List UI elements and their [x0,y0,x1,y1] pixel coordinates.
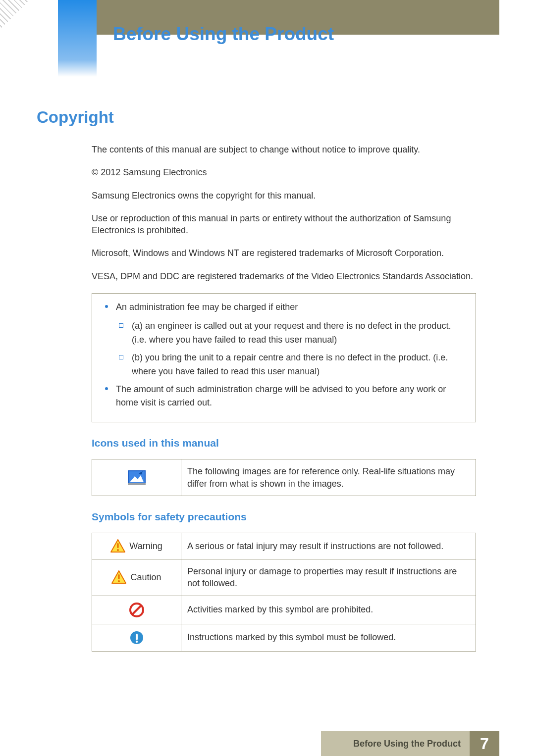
list-item: (b) you bring the unit to a repair centr… [101,351,467,379]
footer: Before Using the Product 7 [0,731,535,756]
svg-point-6 [117,549,119,551]
prohibited-circle-icon [129,602,145,618]
must-follow-info-icon [129,630,144,645]
caution-cell: Caution [92,559,181,596]
table-row: The following images are for reference o… [92,459,476,496]
list-item: The amount of such administration charge… [101,383,467,410]
paragraph: The contents of this manual are subject … [92,144,476,155]
table-row: Instructions marked by this symbol must … [92,624,476,651]
admin-fee-note-box: An administration fee may be charged if … [92,293,476,422]
reference-image-description: The following images are for reference o… [181,459,476,496]
must-follow-description: Instructions marked by this symbol must … [181,624,476,651]
svg-rect-8 [118,574,120,579]
chapter-tab [58,0,97,77]
subheading-icons-used: Icons used in this manual [92,437,476,449]
chapter-title: Before Using the Product [113,24,334,45]
reference-image-icon-cell [92,459,181,496]
table-row: Caution Personal injury or damage to pro… [92,559,476,596]
warning-label: Warning [129,540,162,552]
subheading-safety-symbols: Symbols for safety precautions [92,511,476,523]
warning-cell: Warning [92,533,181,559]
table-row: Activities marked by this symbol are pro… [92,596,476,624]
paragraph: Samsung Electronics owns the copyright f… [92,190,476,202]
paragraph: Microsoft, Windows and Windows NT are re… [92,247,476,259]
paragraph: © 2012 Samsung Electronics [92,166,476,178]
reference-image-icon [128,470,146,485]
svg-rect-3 [128,483,146,485]
svg-point-9 [118,580,120,582]
footer-chapter-label: Before Using the Product [321,731,470,756]
decorative-corner-stripes [0,0,30,30]
footer-page-number: 7 [470,731,499,756]
svg-rect-5 [117,543,119,548]
paragraph: VESA, DPM and DDC are registered tradema… [92,270,476,282]
paragraph: Use or reproduction of this manual in pa… [92,212,476,237]
svg-rect-13 [136,634,138,640]
safety-symbols-table: Warning A serious or fatal injury may re… [92,533,476,652]
page: Before Using the Product Copyright The c… [0,0,535,756]
warning-triangle-icon [110,539,125,553]
content-area: The contents of this manual are subject … [92,144,476,652]
list-item: An administration fee may be charged if … [101,301,467,314]
caution-label: Caution [130,571,161,583]
caution-triangle-icon [111,570,126,584]
list-item: (a) an engineer is called out at your re… [101,319,467,347]
svg-line-11 [132,605,141,614]
svg-point-14 [135,640,137,642]
warning-description: A serious or fatal injury may result if … [181,533,476,559]
section-heading-copyright: Copyright [37,108,114,127]
table-row: Warning A serious or fatal injury may re… [92,533,476,559]
prohibited-description: Activities marked by this symbol are pro… [181,596,476,624]
must-follow-cell [92,624,181,651]
caution-description: Personal injury or damage to properties … [181,559,476,596]
icons-used-table: The following images are for reference o… [92,459,476,496]
prohibited-cell [92,596,181,624]
